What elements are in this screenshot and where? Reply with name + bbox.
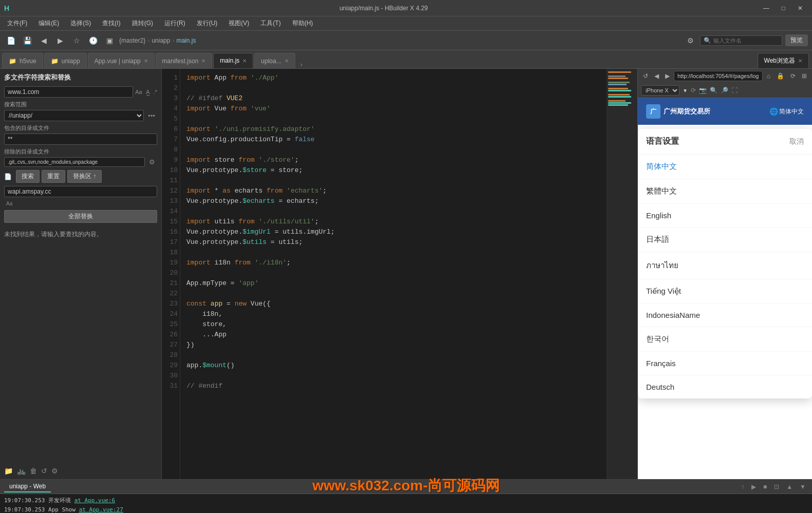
- zoom-out-icon[interactable]: 🔎: [721, 87, 728, 94]
- lang-label: 한국어: [646, 334, 669, 343]
- include-input[interactable]: [4, 134, 157, 145]
- lang-cancel-button[interactable]: 取消: [789, 137, 804, 146]
- log-link[interactable]: at App.vue:27: [79, 506, 123, 513]
- settings-icon[interactable]: ⚙: [51, 467, 58, 475]
- console-expand-button[interactable]: ▲: [784, 482, 795, 491]
- lang-item-ko[interactable]: 한국어: [638, 327, 812, 352]
- screenshot-icon[interactable]: 📷: [699, 87, 707, 94]
- web-lock-button[interactable]: 🔒: [775, 71, 786, 81]
- menu-help[interactable]: 帮助(H): [287, 17, 318, 29]
- console-stop-button[interactable]: ■: [761, 482, 769, 491]
- web-refresh-button[interactable]: ↺: [641, 71, 650, 81]
- scope-select[interactable]: //uniapp/: [4, 110, 144, 121]
- lang-item-de[interactable]: Deutsch: [638, 375, 812, 398]
- web-external-button[interactable]: ⊞: [800, 71, 809, 81]
- web-refresh2-button[interactable]: ⟳: [788, 71, 798, 81]
- title-bar-controls: — □ ✕: [758, 3, 808, 14]
- rotate-icon[interactable]: ⟳: [691, 87, 696, 94]
- code-content[interactable]: import App from './App' // #ifdef VUE2 i…: [180, 69, 607, 479]
- console-area: uniapp - Web ↑ ▶ ■ ⊡ ▲ ▼ 19:07:30.253 开发…: [0, 479, 812, 513]
- code-editor: 12345 678910 1112131415 1617181920 21222…: [162, 69, 637, 479]
- logo-text: 广州期货交易所: [664, 107, 710, 116]
- menu-select[interactable]: 选择(S): [65, 17, 96, 29]
- tab-mainjs[interactable]: main.js ✕: [213, 53, 253, 68]
- lang-item-zh-tw[interactable]: 繁體中文: [638, 179, 812, 204]
- console-content: 19:07:30.253 开发环境 at App.vue:6 19:07:30.…: [0, 494, 812, 513]
- exclude-input[interactable]: [4, 157, 145, 167]
- word-match-toggle[interactable]: A̲: [146, 89, 150, 96]
- history-button[interactable]: 🕐: [86, 34, 100, 47]
- console-tab-web[interactable]: uniapp - Web: [4, 481, 51, 492]
- close-button[interactable]: ✕: [792, 3, 808, 14]
- refresh-icon[interactable]: ↺: [41, 467, 47, 475]
- menu-publish[interactable]: 发行(U): [192, 17, 223, 29]
- lang-item-id[interactable]: IndonesiaName: [638, 303, 812, 327]
- delete-icon[interactable]: 🗑: [30, 467, 37, 475]
- lang-switch-button[interactable]: 🌐 简体中文: [769, 107, 804, 116]
- replace-toggle-button[interactable]: 替换区 ↑: [67, 170, 102, 183]
- menu-run[interactable]: 运行(R): [159, 17, 191, 29]
- preview-button[interactable]: 预览: [785, 34, 808, 46]
- web-forward-button[interactable]: ▶: [663, 71, 672, 81]
- tab-uniapp[interactable]: 📁 uniapp: [44, 53, 87, 68]
- console-play-button[interactable]: ▶: [749, 482, 758, 491]
- search-url-input[interactable]: [4, 86, 133, 98]
- web-url-input[interactable]: [674, 71, 763, 81]
- exclude-settings-button[interactable]: ⚙: [147, 157, 157, 167]
- minimize-button[interactable]: —: [758, 3, 775, 14]
- tab-more-button[interactable]: ›: [296, 61, 307, 68]
- maximize-button[interactable]: □: [777, 3, 790, 14]
- search-button[interactable]: 搜索: [16, 170, 40, 183]
- bookmark-button[interactable]: ☆: [70, 34, 83, 47]
- console-share-button[interactable]: ↑: [739, 482, 746, 491]
- device-bar: iPhone X ▼ ⟳ 📷 🔍 🔎 ⛶: [638, 83, 812, 98]
- console-collapse-button[interactable]: ▼: [798, 482, 808, 491]
- lang-item-th[interactable]: ภาษาไทย: [638, 252, 812, 279]
- lang-item-en[interactable]: English: [638, 204, 812, 227]
- web-back-button[interactable]: ◀: [652, 71, 661, 81]
- back-button[interactable]: ◀: [37, 34, 50, 47]
- new-file-button[interactable]: 📄: [4, 34, 17, 47]
- case-sensitive-toggle[interactable]: Aa: [135, 89, 142, 95]
- replace-all-button[interactable]: 全部替换: [4, 210, 157, 223]
- tab-h5vue[interactable]: 📁 h5vue: [2, 53, 43, 68]
- bike-icon[interactable]: 🚲: [17, 467, 26, 475]
- lang-item-fr[interactable]: Français: [638, 352, 812, 375]
- menu-tools[interactable]: 工具(T): [255, 17, 286, 29]
- tab-upload[interactable]: uploa... ✕: [254, 53, 295, 68]
- lang-item-ja[interactable]: 日本語: [638, 227, 812, 252]
- menu-jump[interactable]: 跳转(G): [127, 17, 158, 29]
- filter-button[interactable]: ⚙: [684, 34, 697, 47]
- tab-manifest[interactable]: manifest.json ✕: [156, 53, 213, 68]
- code-container[interactable]: 12345 678910 1112131415 1617181920 21222…: [162, 69, 637, 479]
- scope-more-button[interactable]: •••: [146, 111, 157, 121]
- tab-close-appvue[interactable]: ✕: [144, 58, 148, 64]
- reset-button[interactable]: 重置: [42, 170, 65, 183]
- device-select[interactable]: iPhone X: [641, 85, 679, 96]
- menu-file[interactable]: 文件(F): [2, 17, 32, 29]
- lang-item-zh-cn[interactable]: 简体中文: [638, 155, 812, 179]
- replace-input[interactable]: [4, 186, 157, 197]
- fullscreen-icon[interactable]: ⛶: [731, 87, 738, 94]
- lang-item-vi[interactable]: Tiếng Việt: [638, 279, 812, 303]
- tab-appvue[interactable]: App.vue | uniapp ✕: [88, 53, 155, 68]
- regex-toggle[interactable]: .*: [154, 89, 157, 95]
- console-external-button[interactable]: ⊡: [772, 482, 781, 491]
- folder-icon[interactable]: 📁: [4, 467, 13, 475]
- menu-edit[interactable]: 编辑(E): [33, 17, 64, 29]
- tab-close-manifest[interactable]: ✕: [201, 58, 205, 64]
- menu-view[interactable]: 视图(V): [223, 17, 254, 29]
- zoom-in-icon[interactable]: 🔍: [710, 87, 717, 94]
- tab-close-upload[interactable]: ✕: [285, 58, 289, 64]
- forward-button[interactable]: ▶: [53, 34, 67, 47]
- save-button[interactable]: 💾: [21, 34, 34, 47]
- tab-close-mainjs[interactable]: ✕: [242, 58, 247, 64]
- tab-web-browser[interactable]: Web浏览器 ✕: [758, 53, 809, 68]
- new-file-action[interactable]: 📄: [4, 173, 12, 180]
- file-search-input[interactable]: [713, 37, 784, 44]
- log-link[interactable]: at App.vue:6: [74, 497, 115, 504]
- tab-close-web[interactable]: ✕: [798, 58, 802, 64]
- web-home-button[interactable]: ⌂: [765, 71, 772, 81]
- menu-find[interactable]: 查找(I): [97, 17, 125, 29]
- explorer-button[interactable]: ▣: [103, 34, 116, 47]
